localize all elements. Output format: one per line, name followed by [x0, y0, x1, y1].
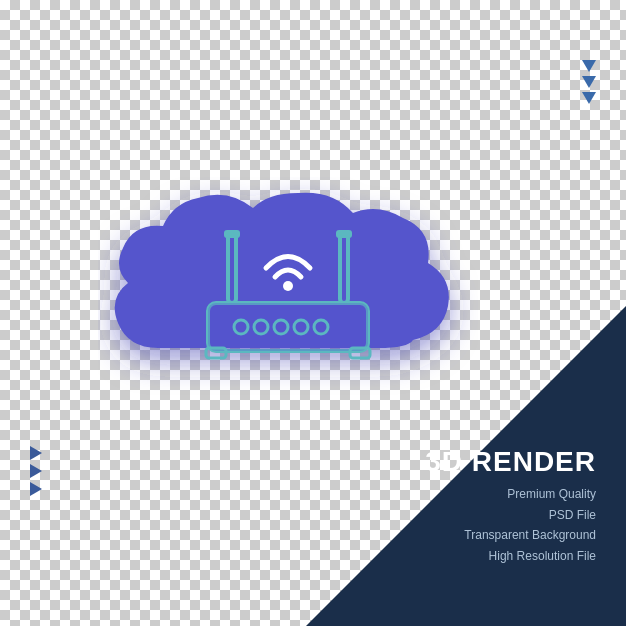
render-title: 3D RENDER — [425, 446, 596, 478]
triangle-left-3 — [30, 482, 42, 496]
resolution-line: High Resolution File — [425, 546, 596, 566]
quality-line: Premium Quality — [425, 484, 596, 504]
triangle-right-2 — [582, 76, 596, 88]
triangles-right — [582, 60, 596, 104]
psd-line: PSD File — [425, 505, 596, 525]
render-subtitles: Premium Quality PSD File Transparent Bac… — [425, 484, 596, 566]
triangle-right-1 — [582, 60, 596, 72]
triangle-left-2 — [30, 464, 42, 478]
transparent-line: Transparent Background — [425, 525, 596, 545]
triangles-left — [30, 446, 42, 496]
triangle-left-1 — [30, 446, 42, 460]
main-container: 3D RENDER Premium Quality PSD File Trans… — [0, 0, 626, 626]
triangle-right-3 — [582, 92, 596, 104]
antenna-left-base — [224, 230, 240, 238]
svg-point-0 — [283, 281, 293, 291]
antenna-right-base — [336, 230, 352, 238]
text-area: 3D RENDER Premium Quality PSD File Trans… — [425, 446, 596, 566]
